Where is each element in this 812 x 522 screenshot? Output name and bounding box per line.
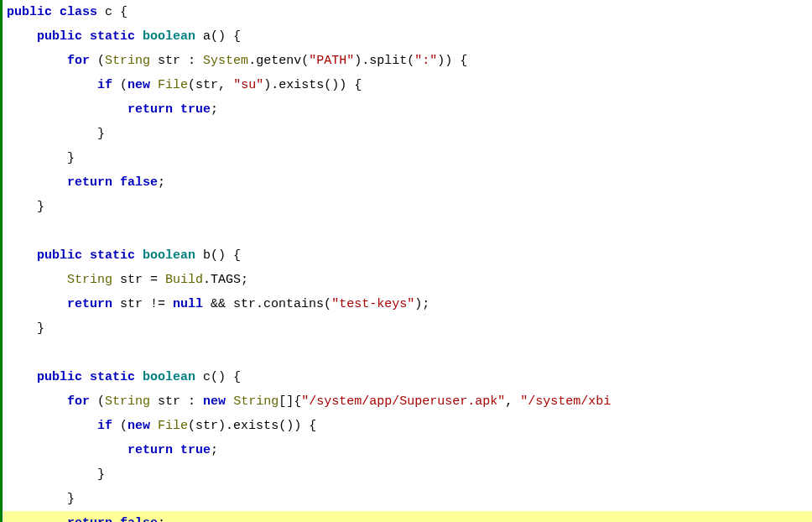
token-id: (str,	[188, 78, 233, 92]
token-type: boolean	[143, 248, 195, 263]
token-id: ;	[211, 102, 218, 117]
code-line[interactable]: return false;	[3, 170, 812, 195]
code-line[interactable]: public class c {	[3, 0, 812, 24]
code-line[interactable]: return true;	[3, 97, 812, 122]
token-paren: (	[90, 54, 105, 68]
code-line[interactable]: return false;	[3, 511, 812, 522]
token-id: .TAGS;	[203, 273, 248, 287]
token-brace: }	[37, 200, 44, 214]
token-id	[150, 78, 158, 92]
token-str: "/system/app/Superuser.apk"	[301, 394, 505, 409]
token-kw: public static	[37, 370, 135, 384]
code-line[interactable]: for (String str : System.getenv("PATH").…	[3, 49, 812, 73]
token-kw: return	[67, 297, 112, 311]
token-brace: () {	[211, 29, 241, 44]
token-brace: }	[67, 151, 75, 165]
token-type: boolean	[143, 29, 195, 44]
token-kw: public class	[7, 5, 97, 19]
token-id: ;	[211, 443, 218, 457]
token-id	[97, 5, 105, 19]
token-id	[195, 370, 203, 384]
token-cls: String	[105, 54, 150, 68]
token-brace: {	[112, 5, 128, 19]
token-id: c	[203, 370, 211, 384]
token-kw: return true	[128, 443, 211, 457]
token-str: "/system/xbi	[520, 394, 611, 409]
code-line[interactable]: for (String str : new String[]{"/system/…	[3, 389, 812, 414]
token-id	[195, 394, 203, 409]
token-kw: public static	[37, 248, 135, 263]
token-kw: return false	[67, 516, 158, 522]
code-editor[interactable]: public class c { public static boolean a…	[0, 0, 812, 522]
token-kw: for	[67, 394, 90, 409]
token-cls: File	[158, 419, 188, 433]
code-line[interactable]: if (new File(str, "su").exists()) {	[3, 73, 812, 97]
token-id	[135, 248, 143, 263]
token-kw: null	[173, 297, 203, 311]
token-type: boolean	[143, 370, 195, 384]
code-line[interactable]	[3, 219, 812, 243]
token-id: );	[414, 297, 429, 311]
token-kw: new	[128, 78, 150, 92]
token-id	[195, 54, 203, 68]
code-line[interactable]: }	[3, 195, 812, 219]
token-brace: }	[97, 467, 105, 482]
token-cls: System	[203, 54, 248, 68]
token-id	[135, 370, 143, 384]
token-id: ).split(	[354, 54, 414, 68]
token-id: str !=	[112, 297, 173, 311]
code-line[interactable]: }	[3, 122, 812, 146]
token-brace: }	[37, 321, 44, 336]
token-id: .getenv(	[248, 54, 309, 68]
code-line[interactable]: }	[3, 316, 812, 341]
token-brace: (str).exists()) {	[188, 419, 316, 433]
token-kw: public static	[37, 29, 135, 44]
code-line[interactable]: public static boolean b() {	[3, 243, 812, 268]
token-brace: ).exists()) {	[263, 78, 362, 92]
token-brace: }	[97, 127, 105, 141]
token-cls: String	[67, 273, 112, 287]
token-id: c	[105, 5, 112, 19]
code-line[interactable]: String str = Build.TAGS;	[3, 268, 812, 292]
code-line[interactable]: public static boolean c() {	[3, 365, 812, 389]
code-line[interactable]: }	[3, 487, 812, 511]
token-cls: File	[158, 78, 188, 92]
token-id	[195, 29, 203, 44]
token-paren: (	[112, 78, 128, 92]
token-op: :	[188, 54, 195, 68]
code-line[interactable]: return true;	[3, 438, 812, 462]
code-line[interactable]: return str != null && str.contains("test…	[3, 292, 812, 316]
code-line[interactable]: if (new File(str).exists()) {	[3, 414, 812, 438]
token-id	[135, 29, 143, 44]
token-kw: new	[203, 394, 226, 409]
token-cls: Build	[165, 273, 203, 287]
token-id: []{	[278, 394, 301, 409]
token-id: str	[150, 394, 188, 409]
token-kw: new	[128, 419, 150, 433]
token-id	[226, 394, 233, 409]
token-id	[195, 248, 203, 263]
token-id: ,	[505, 394, 520, 409]
token-kw: if	[97, 78, 112, 92]
token-id: b	[203, 248, 211, 263]
token-str: "test-keys"	[331, 297, 414, 311]
token-id: ;	[158, 175, 165, 190]
token-brace: }	[67, 492, 75, 506]
token-id: a	[203, 29, 211, 44]
token-id: str	[150, 54, 188, 68]
code-line[interactable]: public static boolean a() {	[3, 24, 812, 49]
code-line[interactable]: }	[3, 146, 812, 170]
token-id	[203, 297, 211, 311]
token-id	[150, 419, 158, 433]
token-kw: return true	[128, 102, 211, 117]
token-id: str =	[112, 273, 165, 287]
token-op: :	[188, 394, 195, 409]
token-op: &&	[211, 297, 226, 311]
code-line[interactable]: }	[3, 462, 812, 487]
token-cls: String	[233, 394, 278, 409]
token-kw: return false	[67, 175, 158, 190]
token-str: ":"	[414, 54, 437, 68]
token-paren: (	[112, 419, 128, 433]
code-line[interactable]	[3, 341, 812, 365]
token-id: ;	[158, 516, 165, 522]
